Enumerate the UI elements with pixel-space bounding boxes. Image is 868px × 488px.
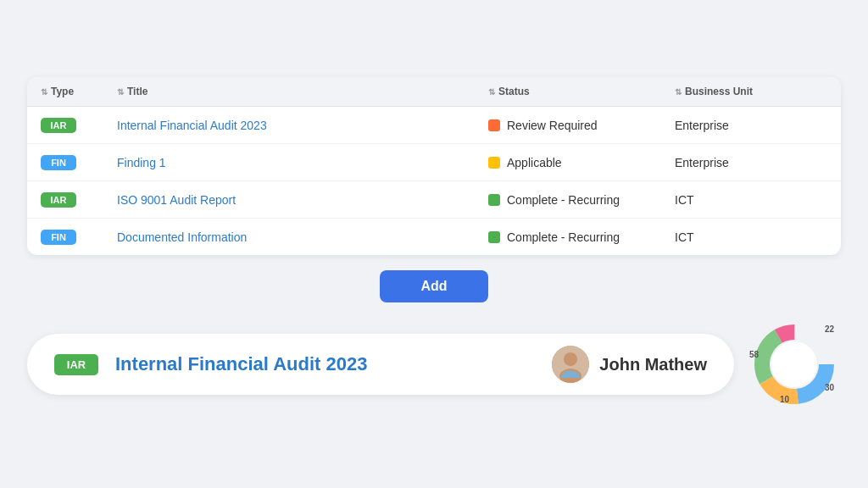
- type-cell: IAR: [41, 117, 117, 133]
- table-row[interactable]: IAR Internal Financial Audit 2023 Review…: [27, 107, 841, 144]
- sort-icon-bu: ⇅: [675, 87, 682, 97]
- selected-card-title: Internal Financial Audit 2023: [115, 353, 367, 375]
- status-dot-green: [488, 194, 500, 206]
- title-cell: Finding 1: [117, 155, 488, 170]
- type-cell: FIN: [41, 229, 117, 245]
- add-section: Add: [27, 270, 841, 302]
- business-unit: ICT: [675, 230, 827, 244]
- user-name: John Mathew: [599, 355, 707, 374]
- title-cell: Documented Information: [117, 230, 488, 245]
- col-status: ⇅ Status: [488, 86, 675, 97]
- status-cell: Complete - Recurring: [488, 230, 675, 244]
- table-row[interactable]: FIN Finding 1 Applicable Enterprise: [27, 144, 841, 181]
- table-row[interactable]: FIN Documented Information Complete - Re…: [27, 219, 841, 255]
- status-dot-yellow: [488, 157, 500, 169]
- status-cell: Applicable: [488, 156, 675, 169]
- avatar-area: John Mathew: [552, 346, 707, 383]
- status-label: Complete - Recurring: [507, 230, 620, 244]
- selected-card: IAR Internal Financial Audit 2023 Joh: [27, 334, 734, 395]
- status-dot-orange: [488, 119, 500, 131]
- main-container: ⇅ Type ⇅ Title ⇅ Status ⇅ Business Unit …: [27, 77, 841, 411]
- title-link[interactable]: Finding 1: [117, 156, 166, 169]
- type-badge-fin: FIN: [41, 230, 76, 245]
- type-badge-iar: IAR: [41, 192, 76, 208]
- title-link[interactable]: Internal Financial Audit 2023: [117, 119, 267, 132]
- type-cell: IAR: [41, 191, 117, 208]
- table-card: ⇅ Type ⇅ Title ⇅ Status ⇅ Business Unit …: [27, 77, 841, 255]
- status-label: Review Required: [507, 119, 598, 132]
- selected-type-badge: IAR: [54, 354, 98, 375]
- donut-chart: 58 22 30 10: [748, 318, 841, 411]
- avatar: [552, 346, 589, 383]
- sort-icon-status: ⇅: [488, 87, 495, 97]
- sort-icon-title: ⇅: [117, 87, 124, 97]
- col-title: ⇅ Title: [117, 86, 488, 97]
- status-label: Applicable: [507, 156, 562, 169]
- title-link[interactable]: ISO 9001 Audit Report: [117, 193, 236, 207]
- status-label: Complete - Recurring: [507, 193, 620, 207]
- type-badge-fin: FIN: [41, 155, 76, 170]
- table-header: ⇅ Type ⇅ Title ⇅ Status ⇅ Business Unit: [27, 77, 841, 107]
- col-type: ⇅ Type: [41, 86, 117, 97]
- bottom-section: IAR Internal Financial Audit 2023 Joh: [27, 318, 841, 411]
- type-badge-iar: IAR: [41, 118, 76, 133]
- title-cell: Internal Financial Audit 2023: [117, 118, 488, 133]
- col-business-unit: ⇅ Business Unit: [675, 86, 827, 97]
- status-cell: Review Required: [488, 119, 675, 132]
- title-link[interactable]: Documented Information: [117, 230, 247, 244]
- status-cell: Complete - Recurring: [488, 193, 675, 207]
- business-unit: Enterprise: [675, 156, 827, 169]
- business-unit: ICT: [675, 193, 827, 207]
- svg-point-1: [564, 352, 577, 366]
- title-cell: ISO 9001 Audit Report: [117, 192, 488, 208]
- donut-label-58: 58: [749, 350, 759, 359]
- type-cell: FIN: [41, 154, 117, 170]
- donut-center: [771, 341, 817, 387]
- status-dot-green: [488, 231, 500, 243]
- donut-label-22: 22: [825, 324, 834, 334]
- business-unit: Enterprise: [675, 119, 827, 132]
- add-button[interactable]: Add: [380, 270, 487, 302]
- sort-icon-type: ⇅: [41, 87, 47, 97]
- donut-label-10: 10: [780, 395, 789, 404]
- donut-label-30: 30: [825, 383, 834, 392]
- table-row[interactable]: IAR ISO 9001 Audit Report Complete - Rec…: [27, 181, 841, 219]
